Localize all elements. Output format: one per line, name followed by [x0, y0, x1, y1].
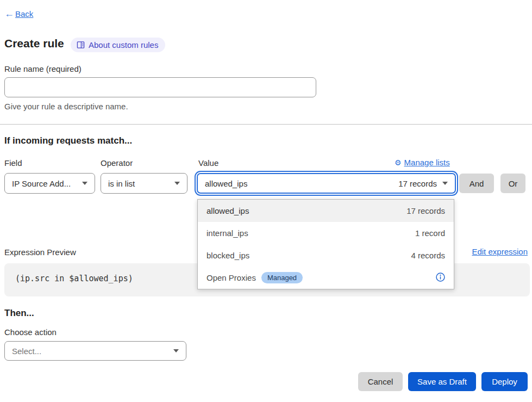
- operator-select-value: is in list: [108, 179, 135, 188]
- value-select-name: allowed_ips: [205, 179, 247, 188]
- list-option-count: 17 records: [406, 206, 445, 215]
- operator-label: Operator: [101, 158, 133, 168]
- about-custom-rules-badge[interactable]: About custom rules: [71, 38, 165, 52]
- book-icon: [77, 41, 85, 49]
- create-rule-page: ← Back Create rule About custom rules Ru…: [0, 0, 532, 402]
- rule-name-label: Rule name (required): [4, 64, 82, 73]
- chevron-down-icon: [173, 349, 179, 352]
- chevron-down-icon: [442, 182, 448, 185]
- chevron-down-icon: [82, 182, 87, 185]
- page-title: Create rule: [4, 37, 64, 50]
- value-label: Value: [198, 158, 218, 168]
- list-option-blocked-ips[interactable]: blocked_ips 4 records: [198, 244, 454, 267]
- list-option-name: internal_ips: [206, 228, 248, 238]
- value-select-count: 17 records: [398, 179, 437, 188]
- and-button[interactable]: And: [459, 174, 494, 193]
- field-label: Field: [4, 158, 22, 168]
- deploy-button[interactable]: Deploy: [481, 372, 528, 391]
- back-arrow-icon: ←: [4, 9, 14, 18]
- list-option-count: 1 record: [415, 228, 445, 238]
- expression-preview-label: Expression Preview: [4, 248, 76, 257]
- gear-icon: ⚙: [395, 159, 402, 166]
- list-option-name: allowed_ips: [206, 206, 249, 215]
- list-dropdown-panel: allowed_ips 17 records internal_ips 1 re…: [197, 199, 454, 289]
- info-icon[interactable]: [436, 273, 445, 283]
- list-option-name: blocked_ips: [206, 251, 249, 260]
- cancel-button[interactable]: Cancel: [358, 372, 403, 391]
- chevron-down-icon: [174, 182, 180, 185]
- manage-lists-link[interactable]: Manage lists: [404, 158, 450, 167]
- match-section-heading: If incoming requests match...: [4, 135, 132, 146]
- rule-name-helper-text: Give your rule a descriptive name.: [4, 102, 128, 111]
- edit-expression-link[interactable]: Edit expression: [472, 247, 528, 256]
- manage-lists-link-row: ⚙ Manage lists: [395, 158, 450, 167]
- then-section-heading: Then...: [4, 308, 34, 319]
- field-select-value: IP Source Add...: [12, 179, 71, 188]
- section-divider: [0, 124, 532, 125]
- expression-code: (ip.src in $allowed_ips): [15, 274, 133, 283]
- value-select[interactable]: allowed_ips 17 records: [197, 173, 456, 194]
- back-link[interactable]: Back: [15, 9, 33, 18]
- action-select-placeholder: Select...: [12, 347, 41, 356]
- save-as-draft-button[interactable]: Save as Draft: [408, 372, 476, 391]
- operator-select[interactable]: is in list: [101, 173, 187, 194]
- field-select[interactable]: IP Source Add...: [4, 173, 95, 194]
- list-option-open-proxies[interactable]: Open Proxies Managed: [198, 267, 454, 289]
- list-option-allowed-ips[interactable]: allowed_ips 17 records: [198, 200, 454, 222]
- managed-badge: Managed: [261, 272, 303, 283]
- about-custom-rules-label: About custom rules: [89, 40, 158, 50]
- rule-name-input[interactable]: [4, 77, 316, 97]
- choose-action-label: Choose action: [4, 327, 57, 337]
- list-option-name: Open Proxies: [206, 273, 256, 282]
- or-button[interactable]: Or: [500, 174, 525, 193]
- action-select[interactable]: Select...: [4, 341, 186, 361]
- list-option-count: 4 records: [411, 251, 445, 260]
- footer-actions: Cancel Save as Draft Deploy: [358, 372, 528, 391]
- list-option-internal-ips[interactable]: internal_ips 1 record: [198, 222, 454, 244]
- back-link-row: ← Back: [4, 9, 33, 18]
